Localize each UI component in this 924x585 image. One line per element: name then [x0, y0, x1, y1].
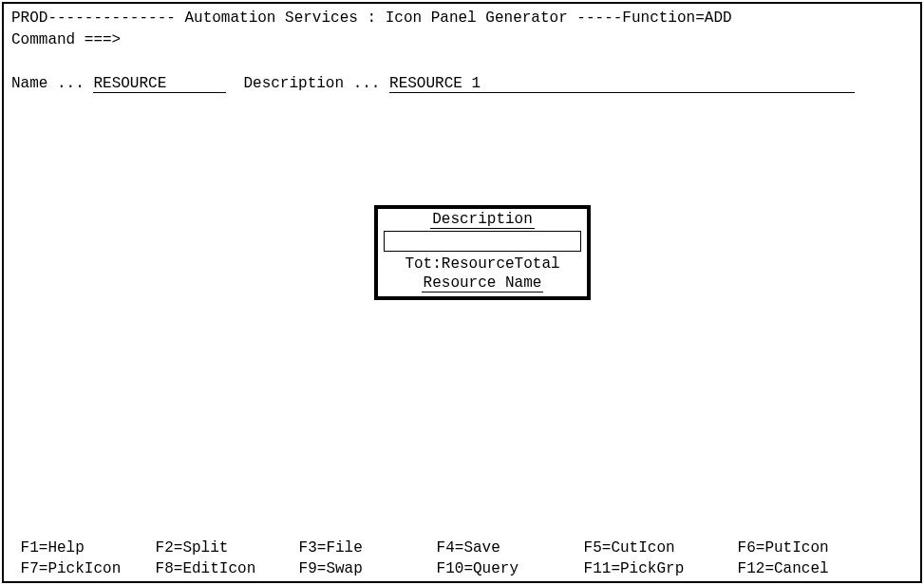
f4-key[interactable]: F4=Save [437, 538, 584, 558]
env-label: PROD [11, 9, 47, 27]
f5-key[interactable]: F5=CutIcon [584, 538, 738, 558]
f9-key[interactable]: F9=Swap [299, 558, 437, 579]
name-label: Name ... [11, 75, 85, 92]
header-dashes2: ----- [576, 9, 622, 27]
title-sep: : [367, 9, 376, 27]
function-value: ADD [705, 9, 732, 27]
command-line[interactable]: Command ===> [11, 28, 913, 51]
fields-row: Name ... RESOURCE Description ... RESOUR… [11, 74, 913, 93]
icon-preview-box: Description Tot:ResourceTotal Resource N… [374, 205, 591, 300]
f12-key[interactable]: F12=Cancel [738, 558, 861, 579]
f2-key[interactable]: F2=Split [156, 538, 299, 558]
description-input[interactable]: RESOURCE 1 [389, 74, 855, 93]
terminal-screen: PROD-------------- Automation Services :… [2, 2, 922, 583]
icon-resource-name-label: Resource Name [422, 274, 544, 292]
fkeys-row-1: F1=Help F2=Split F3=File F4=Save F5=CutI… [11, 538, 913, 558]
f6-key[interactable]: F6=PutIcon [738, 538, 861, 558]
f10-key[interactable]: F10=Query [437, 558, 584, 579]
icon-inner-box [384, 231, 581, 252]
command-label: Command ===> [11, 31, 121, 48]
fkeys-row-2: F7=PickIcon F8=EditIcon F9=Swap F10=Quer… [11, 558, 913, 579]
function-label: Function= [622, 9, 704, 27]
icon-total-line: Tot:ResourceTotal [384, 254, 581, 274]
header-dashes1: -------------- [47, 9, 175, 27]
title-right: Icon Panel Generator [386, 9, 568, 27]
header-line: PROD-------------- Automation Services :… [11, 8, 913, 28]
function-keys: F1=Help F2=Split F3=File F4=Save F5=CutI… [11, 538, 913, 579]
description-label: Description ... [243, 75, 380, 92]
f7-key[interactable]: F7=PickIcon [21, 558, 156, 579]
f8-key[interactable]: F8=EditIcon [156, 558, 299, 579]
icon-tot-value: ResourceTotal [442, 255, 560, 273]
f3-key[interactable]: F3=File [299, 538, 437, 558]
icon-description-label: Description [430, 211, 535, 229]
title-left: Automation Services [184, 9, 357, 27]
f11-key[interactable]: F11=PickGrp [584, 558, 738, 579]
name-input[interactable]: RESOURCE [93, 74, 226, 93]
f1-key[interactable]: F1=Help [21, 538, 156, 558]
icon-tot-label: Tot: [405, 255, 441, 273]
